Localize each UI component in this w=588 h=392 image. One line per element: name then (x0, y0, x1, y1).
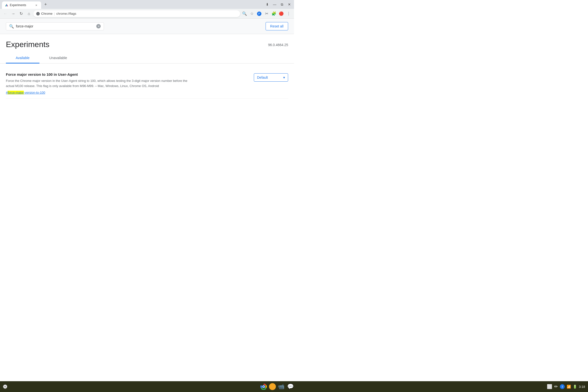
search-input-wrapper[interactable]: 🔍 ✕ (6, 22, 104, 30)
flag-id-rest: -version-to-100 (24, 91, 45, 94)
address-separator: | (54, 12, 55, 16)
title-bar: Experiments ✕ + ⬇ — ⧉ ✕ (0, 0, 294, 9)
flag-id-highlight: force-major (7, 91, 24, 94)
flag-description: Force the Chrome major version in the Us… (6, 78, 192, 89)
flag-dropdown-value: Default (257, 76, 268, 80)
address-url: chrome://flags (56, 12, 76, 16)
flag-item: Force major version to 100 in User-Agent… (6, 68, 288, 98)
svg-text:P: P (258, 12, 260, 15)
reload-button[interactable]: ↻ (18, 10, 24, 17)
menu-icon-btn[interactable]: ⋮ (285, 10, 292, 17)
back-button[interactable]: ← (2, 10, 9, 17)
flags-search-input[interactable] (16, 24, 94, 28)
new-tab-button[interactable]: + (42, 1, 49, 8)
experiments-header: Experiments 96.0.4664.25 (0, 34, 294, 49)
flag-dropdown[interactable]: Default ▾ (254, 73, 288, 82)
svg-text:ℹ: ℹ (38, 13, 38, 15)
scissors-icon-btn[interactable]: ✂ (263, 10, 270, 17)
browser-window: Experiments ✕ + ⬇ — ⧉ ✕ ← → ↻ ⌂ ℹ Chrome… (0, 0, 294, 185)
maximize-button[interactable]: ⧉ (279, 2, 285, 7)
search-clear-button[interactable]: ✕ (96, 24, 101, 28)
download-button[interactable]: ⬇ (265, 2, 270, 7)
experiments-title: Experiments (6, 40, 49, 49)
flag-info: Force major version to 100 in User-Agent… (6, 72, 192, 94)
profile-icon-btn[interactable]: P (256, 10, 263, 17)
address-label: Chrome (41, 12, 52, 16)
flags-search-bar: 🔍 ✕ Reset all (0, 19, 294, 34)
minimize-button[interactable]: — (272, 2, 277, 7)
tab-close-button[interactable]: ✕ (34, 3, 38, 7)
address-bar[interactable]: ℹ Chrome | chrome://flags (33, 10, 240, 17)
flags-list: Force major version to 100 in User-Agent… (0, 64, 294, 104)
bookmark-icon-btn[interactable]: ☆ (249, 10, 255, 17)
window-controls: ⬇ — ⧉ ✕ (265, 2, 292, 7)
forward-button[interactable]: → (10, 10, 17, 17)
toolbar-icons: 🔍 ☆ P ✂ 🧩 🔴 ⋮ (241, 10, 292, 17)
home-button[interactable]: ⌂ (25, 10, 32, 17)
flag-dropdown-arrow: ▾ (283, 76, 285, 80)
tab-unavailable[interactable]: Unavailable (39, 53, 77, 64)
security-icon: ℹ (36, 12, 40, 16)
search-icon: 🔍 (9, 24, 14, 29)
extra-ext-icon-btn[interactable]: 🔴 (278, 10, 285, 17)
active-tab[interactable]: Experiments ✕ (2, 2, 41, 9)
flag-id[interactable]: #force-major-version-to-100 (6, 91, 192, 94)
tab-title: Experiments (10, 4, 26, 7)
tab-favicon (5, 4, 8, 7)
flag-name: Force major version to 100 in User-Agent (6, 72, 192, 76)
reset-all-button[interactable]: Reset all (266, 22, 288, 30)
close-button[interactable]: ✕ (287, 2, 292, 7)
extensions-icon-btn[interactable]: 🧩 (271, 10, 277, 17)
flags-tabs: Available Unavailable (0, 53, 294, 64)
page-content: 🔍 ✕ Reset all Experiments 96.0.4664.25 A… (0, 19, 294, 185)
search-icon-btn[interactable]: 🔍 (241, 10, 248, 17)
toolbar: ← → ↻ ⌂ ℹ Chrome | chrome://flags 🔍 ☆ P … (0, 9, 294, 19)
tab-available[interactable]: Available (6, 53, 39, 64)
experiments-version: 96.0.4664.25 (268, 43, 288, 47)
